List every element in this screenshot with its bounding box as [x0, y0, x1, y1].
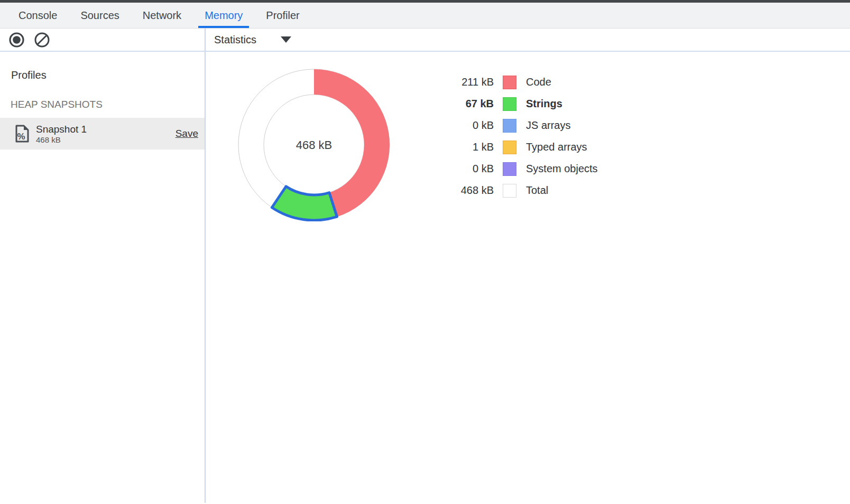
content-area: Profiles HEAP SNAPSHOTS % Snapshot 1 468…	[0, 52, 850, 503]
legend-swatch	[503, 119, 516, 133]
legend-swatch	[503, 162, 516, 176]
heap-snapshots-section-heading: HEAP SNAPSHOTS	[11, 99, 205, 110]
statistics-panel: 468 kB 211 kB Code 67 kB Strings 0 kB JS…	[206, 52, 850, 503]
legend-row-system-objects[interactable]: 0 kB System objects	[446, 162, 598, 176]
legend-label: Code	[526, 76, 551, 88]
legend-row-strings[interactable]: 67 kB Strings	[446, 97, 598, 111]
statistics-toolbar: Statistics	[206, 29, 850, 51]
tab-memory[interactable]: Memory	[198, 3, 249, 28]
clear-icon	[34, 32, 50, 48]
tab-sources[interactable]: Sources	[74, 3, 125, 28]
tab-console[interactable]: Console	[12, 3, 63, 28]
legend-row-code[interactable]: 211 kB Code	[446, 75, 598, 89]
devtools-tab-bar: ConsoleSourcesNetworkMemoryProfiler	[0, 3, 850, 29]
profiles-sidebar: Profiles HEAP SNAPSHOTS % Snapshot 1 468…	[0, 52, 206, 503]
legend-swatch	[503, 141, 516, 154]
memory-donut-chart[interactable]: 468 kB	[237, 68, 391, 221]
chevron-down-icon	[281, 36, 291, 43]
perspective-dropdown[interactable]: Statistics	[214, 34, 291, 46]
tab-label: Network	[143, 10, 181, 22]
heap-snapshot-item[interactable]: % Snapshot 1 468 kB Save	[0, 118, 205, 150]
legend-label: JS arrays	[526, 119, 570, 132]
legend-swatch	[503, 184, 516, 198]
legend-label: Typed arrays	[526, 141, 587, 153]
donut-slice-strings[interactable]	[272, 186, 337, 220]
tab-network[interactable]: Network	[136, 3, 188, 28]
heap-snapshot-size: 468 kB	[36, 135, 87, 145]
legend-row-js-arrays[interactable]: 0 kB JS arrays	[446, 118, 598, 133]
chart-legend: 211 kB Code 67 kB Strings 0 kB JS arrays…	[446, 75, 598, 205]
tab-profiler[interactable]: Profiler	[260, 3, 306, 28]
svg-text:%: %	[17, 132, 25, 142]
clear-profiles-button[interactable]	[34, 32, 50, 48]
tab-label: Profiler	[266, 10, 299, 22]
legend-row-typed-arrays[interactable]: 1 kB Typed arrays	[446, 140, 598, 154]
tab-label: Sources	[80, 10, 119, 22]
legend-swatch	[503, 97, 516, 111]
perspective-dropdown-label: Statistics	[214, 34, 256, 46]
record-heap-snapshot-button[interactable]	[8, 32, 25, 48]
record-icon	[8, 32, 25, 48]
legend-label: Strings	[526, 98, 562, 110]
legend-value: 0 kB	[446, 163, 494, 175]
legend-value: 67 kB	[446, 98, 494, 110]
legend-swatch	[503, 76, 516, 89]
heap-snapshot-text: Snapshot 1 468 kB	[36, 123, 87, 145]
heap-snapshot-document-icon: %	[14, 124, 30, 143]
legend-value: 211 kB	[446, 76, 494, 88]
tab-label: Memory	[205, 10, 243, 22]
memory-toolbar: Statistics	[0, 29, 850, 52]
legend-label: System objects	[526, 163, 598, 175]
profiles-heading: Profiles	[11, 69, 205, 81]
donut-center-label: 468 kB	[296, 138, 332, 152]
legend-value: 468 kB	[446, 184, 494, 197]
legend-value: 1 kB	[446, 141, 494, 153]
profiles-toolbar	[0, 29, 206, 51]
heap-snapshot-title: Snapshot 1	[36, 123, 87, 135]
save-link[interactable]: Save	[175, 128, 198, 139]
tab-label: Console	[19, 10, 57, 22]
legend-row-total[interactable]: 468 kB Total	[446, 183, 598, 198]
legend-value: 0 kB	[446, 119, 494, 132]
legend-label: Total	[526, 184, 548, 197]
